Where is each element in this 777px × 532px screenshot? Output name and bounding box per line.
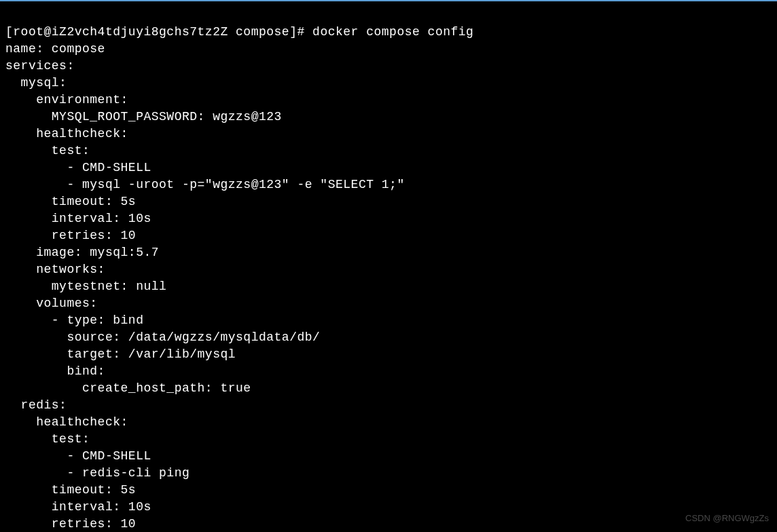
redis-test-cmd: - CMD-SHELL — [5, 449, 151, 463]
mysql-test-query: - mysql -uroot -p="wgzzs@123" -e "SELECT… — [5, 178, 405, 191]
mysql-bind-header: bind: — [5, 364, 105, 378]
terminal-output: [root@iZ2vch4tdjuyi8gchs7tz2Z compose]# … — [5, 7, 772, 532]
mysql-test-header: test: — [5, 144, 90, 157]
mysql-networks-header: networks: — [5, 263, 105, 276]
redis-test-header: test: — [5, 432, 90, 446]
mysql-timeout: timeout: 5s — [5, 195, 136, 208]
redis-timeout: timeout: 5s — [5, 483, 136, 497]
redis-healthcheck-header: healthcheck: — [5, 415, 128, 429]
mysql-test-cmd: - CMD-SHELL — [5, 161, 151, 174]
mysql-create-host-path: create_host_path: true — [5, 381, 251, 395]
redis-header: redis: — [5, 398, 67, 412]
mysql-root-password: MYSQL_ROOT_PASSWORD: wgzzs@123 — [5, 110, 282, 124]
mysql-interval: interval: 10s — [5, 212, 151, 225]
mysql-retries: retries: 10 — [5, 229, 136, 242]
shell-prompt: [root@iZ2vch4tdjuyi8gchs7tz2Z compose]# — [5, 25, 312, 39]
redis-retries: retries: 10 — [5, 517, 136, 531]
redis-test-ping: - redis-cli ping — [5, 466, 189, 480]
mysql-env-header: environment: — [5, 93, 128, 107]
mysql-header: mysql: — [5, 76, 67, 90]
mysql-image: image: mysql:5.7 — [5, 246, 159, 259]
mysql-volumes-header: volumes: — [5, 297, 98, 310]
yaml-name: name: compose — [5, 42, 105, 56]
mysql-healthcheck-header: healthcheck: — [5, 127, 128, 140]
watermark-text: CSDN @RNGWgzZs — [685, 510, 769, 527]
yaml-services: services: — [5, 59, 75, 73]
mysql-volume-source: source: /data/wgzzs/mysqldata/db/ — [5, 330, 320, 344]
command-text: docker compose config — [312, 25, 473, 39]
mysql-volume-target: target: /var/lib/mysql — [5, 347, 236, 361]
redis-interval: interval: 10s — [5, 500, 151, 514]
mysql-volume-type: - type: bind — [5, 314, 143, 327]
mysql-mytestnet: mytestnet: null — [5, 280, 166, 293]
